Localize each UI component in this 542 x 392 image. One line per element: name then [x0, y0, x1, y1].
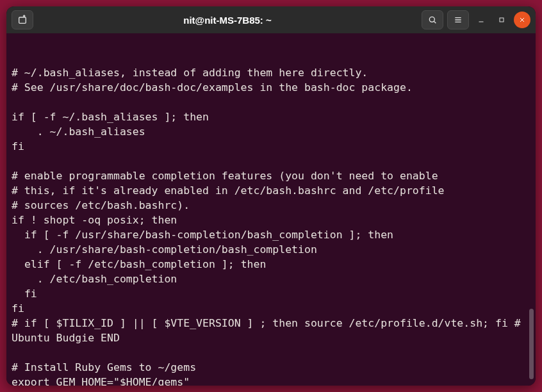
- terminal-line: export GEM_HOME="$HOME/gems": [12, 376, 190, 386]
- terminal-line: if ! shopt -oq posix; then: [12, 214, 177, 226]
- svg-point-1: [429, 17, 434, 22]
- maximize-button[interactable]: [493, 12, 510, 28]
- terminal-line: # Install Ruby Gems to ~/gems: [12, 361, 196, 373]
- terminal-body[interactable]: # ~/.bash_aliases, instead of adding the…: [6, 33, 536, 386]
- terminal-line: if [ -f ~/.bash_aliases ]; then: [12, 111, 209, 123]
- scrollbar-thumb[interactable]: [529, 309, 534, 379]
- terminal-line: . ~/.bash_aliases: [12, 126, 145, 138]
- new-tab-button[interactable]: [12, 10, 33, 29]
- menu-button[interactable]: [447, 10, 469, 29]
- titlebar-right: [422, 10, 530, 29]
- window-title: nit@nit-MS-7B85: ~: [37, 15, 418, 26]
- terminal-line: # See /usr/share/doc/bash-doc/examples i…: [12, 81, 413, 94]
- terminal-line: fi: [12, 140, 24, 152]
- terminal-line: # sources /etc/bash.bashrc).: [12, 199, 190, 211]
- svg-line-2: [434, 21, 436, 23]
- svg-rect-7: [500, 18, 504, 22]
- terminal-line: fi: [12, 288, 37, 300]
- terminal-output: # ~/.bash_aliases, instead of adding the…: [12, 65, 530, 386]
- terminal-line: if [ -f /usr/share/bash-completion/bash_…: [12, 229, 393, 241]
- terminal-line: elif [ -f /etc/bash_completion ]; then: [12, 258, 266, 270]
- terminal-line: # enable programmable completion feature…: [12, 170, 438, 182]
- close-button[interactable]: [514, 12, 530, 28]
- svg-rect-0: [19, 17, 26, 23]
- terminal-window: nit@nit-MS-7B85: ~ # ~/.bash_aliases, in…: [6, 6, 536, 386]
- terminal-line: fi: [12, 302, 24, 314]
- titlebar: nit@nit-MS-7B85: ~: [6, 6, 536, 33]
- terminal-line: # if [ $TILIX_ID ] || [ $VTE_VERSION ] ;…: [12, 317, 527, 344]
- terminal-line: . /usr/share/bash-completion/bash_comple…: [12, 243, 317, 256]
- titlebar-left: [12, 10, 33, 29]
- terminal-line: # this, if it's already enabled in /etc/…: [12, 184, 445, 197]
- terminal-line: # ~/.bash_aliases, instead of adding the…: [12, 67, 368, 79]
- terminal-line: . /etc/bash_completion: [12, 273, 177, 285]
- search-button[interactable]: [422, 10, 443, 29]
- minimize-button[interactable]: [473, 12, 489, 28]
